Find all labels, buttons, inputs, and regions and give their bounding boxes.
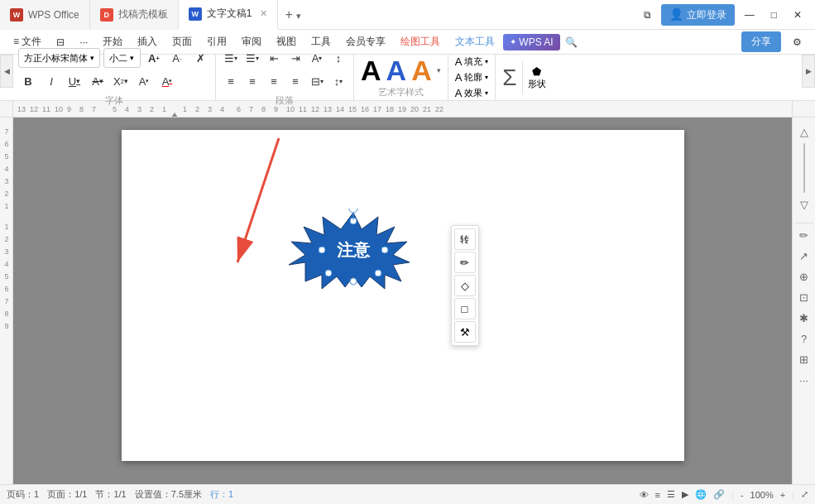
scrollbar-thumb[interactable]: [803, 143, 805, 193]
svg-text:8: 8: [79, 105, 84, 113]
sidebar-scroll-up[interactable]: △: [795, 122, 813, 141]
collapse-left-button[interactable]: ◀: [0, 55, 13, 88]
wps-ai-button[interactable]: ✦ WPS AI: [503, 34, 559, 50]
tab-find[interactable]: D 找稿壳模板: [90, 0, 179, 30]
statusbar: 页码：1 页面：1/1 节：1/1 设置值：7.5厘米 行：1 👁 ≡ ☰ ▶ …: [0, 484, 815, 504]
strikethrough-button[interactable]: A▾: [88, 71, 108, 91]
edit-sidebar-icon[interactable]: ✏: [795, 226, 813, 244]
zoom-out-button[interactable]: -: [741, 490, 744, 500]
help-sidebar-icon[interactable]: ?: [795, 329, 813, 348]
align-icon[interactable]: ☰: [667, 489, 675, 500]
tab-close-icon[interactable]: ✕: [260, 8, 267, 19]
font-name-select[interactable]: 方正小标宋简体 ▾: [18, 48, 100, 68]
eye-icon[interactable]: 👁: [640, 490, 649, 500]
star-sidebar-icon[interactable]: ✱: [795, 309, 813, 327]
collapse-right-button[interactable]: ▶: [802, 55, 815, 88]
doc-page[interactable]: 注意 转 ✏ ◇ □ ⚒: [122, 130, 684, 461]
more-sidebar-icon[interactable]: ···: [795, 371, 813, 389]
table-sidebar-icon[interactable]: ⊡: [795, 288, 813, 306]
tab-doc-label: 文字文稿1: [207, 7, 252, 21]
ruler-corner: [0, 101, 13, 117]
svg-point-52: [381, 247, 388, 253]
effect-button[interactable]: A 效果 ▾: [455, 87, 489, 99]
formula-button[interactable]: Σ: [502, 65, 516, 91]
art-style-orange[interactable]: A: [411, 56, 432, 84]
shape-button[interactable]: ⬟ 形状: [528, 65, 546, 90]
italic-button[interactable]: I: [41, 71, 61, 91]
tools-icon[interactable]: ⚒: [454, 321, 476, 343]
sidebar-scroll-down[interactable]: ▽: [795, 195, 813, 214]
svg-point-51: [319, 247, 325, 253]
bold-button[interactable]: B: [18, 71, 38, 91]
align-justify-button[interactable]: ≡: [285, 71, 305, 91]
minimize-button[interactable]: —: [738, 6, 761, 24]
svg-point-56: [375, 270, 381, 276]
indent-less-button[interactable]: ⇤: [264, 48, 284, 68]
ruler-horizontal: 131211 1098 75 432 1 123 46 789 101112 1…: [13, 101, 792, 117]
search-icon[interactable]: 🔍: [562, 33, 581, 51]
word-count-icon[interactable]: ≡: [655, 490, 660, 500]
outline-button[interactable]: A 轮廓 ▾: [455, 71, 489, 84]
tab-wps[interactable]: W WPS Office: [0, 0, 90, 30]
sidebar-left: 7 6 5 4 3 2 1 1 2 3 4 5 6 7 8 9: [0, 118, 13, 484]
fill-button[interactable]: A 填充 ▾: [455, 55, 489, 68]
tab-doc[interactable]: W 文字文稿1 ✕: [179, 0, 279, 30]
border-icon[interactable]: □: [454, 298, 476, 319]
align-center-button[interactable]: ≡: [242, 71, 262, 91]
list-bullet-button[interactable]: ☰▾: [221, 48, 241, 68]
svg-text:2: 2: [4, 190, 8, 198]
svg-text:1: 1: [162, 105, 166, 113]
art-style-plain[interactable]: A: [361, 56, 381, 84]
columns-button[interactable]: ⊟▾: [307, 71, 327, 91]
font-size-increase-button[interactable]: A+: [144, 48, 164, 68]
edit-icon[interactable]: ✏: [454, 252, 476, 273]
underline-button[interactable]: U▾: [65, 71, 84, 91]
indent-more-button[interactable]: ⇥: [285, 48, 305, 68]
art-style-more-button[interactable]: ▾: [437, 66, 441, 74]
close-button[interactable]: ✕: [787, 6, 808, 24]
svg-text:4: 4: [4, 165, 8, 173]
fullscreen-icon[interactable]: ⤢: [801, 489, 808, 500]
svg-text:9: 9: [4, 322, 8, 330]
svg-text:11: 11: [299, 105, 307, 113]
clear-format-button[interactable]: ✗: [190, 48, 210, 68]
para-style-button[interactable]: A▾: [307, 48, 327, 68]
login-button[interactable]: 👤 立即登录: [661, 4, 734, 26]
svg-text:12: 12: [311, 105, 319, 113]
highlight-button[interactable]: A▾: [134, 71, 154, 91]
layout-button[interactable]: 转: [454, 228, 476, 250]
menu-text-tool[interactable]: 文本工具: [448, 31, 501, 52]
sort-button[interactable]: ↕: [328, 48, 348, 68]
art-style-blue[interactable]: A: [386, 56, 407, 84]
outline-label: 轮廓: [464, 71, 482, 84]
font-size-select[interactable]: 小二 ▾: [103, 48, 141, 68]
svg-text:5: 5: [4, 272, 8, 281]
globe-icon[interactable]: 🌐: [695, 489, 707, 500]
align-right-button[interactable]: ≡: [264, 71, 284, 91]
svg-text:22: 22: [435, 105, 443, 113]
line-spacing-button[interactable]: ↕▾: [328, 71, 348, 91]
play-icon[interactable]: ▶: [682, 489, 688, 500]
align-left-button[interactable]: ≡: [221, 71, 241, 91]
settings-icon[interactable]: ⚙: [786, 33, 808, 51]
font-color-button[interactable]: A▾: [157, 71, 177, 91]
zoom-in-button[interactable]: +: [780, 490, 785, 500]
fill-icon2[interactable]: ◇: [454, 275, 476, 296]
maximize-button[interactable]: □: [765, 6, 784, 24]
superscript-button[interactable]: X2▾: [111, 71, 131, 91]
grid-sidebar-icon[interactable]: ⊞: [795, 350, 813, 368]
add-tab-button[interactable]: + ▾: [278, 4, 308, 26]
svg-text:14: 14: [336, 105, 344, 113]
status-line[interactable]: 行：1: [210, 488, 233, 501]
font-size-decrease-button[interactable]: A-: [167, 48, 187, 68]
art-shape-container[interactable]: 注意 转 ✏ ◇ □ ⚒: [262, 209, 444, 294]
pointer-icon[interactable]: ↗: [795, 247, 813, 265]
sup-dropdown: ▾: [124, 77, 128, 85]
share-button[interactable]: 分享: [741, 31, 781, 52]
window-restore-button[interactable]: ⧉: [637, 6, 658, 24]
svg-text:4: 4: [4, 260, 8, 268]
menu-draw-tool[interactable]: 绘图工具: [394, 31, 447, 52]
add-sidebar-icon[interactable]: ⊕: [795, 267, 813, 286]
link-icon[interactable]: 🔗: [713, 489, 725, 500]
list-number-button[interactable]: ☰▾: [242, 48, 262, 68]
